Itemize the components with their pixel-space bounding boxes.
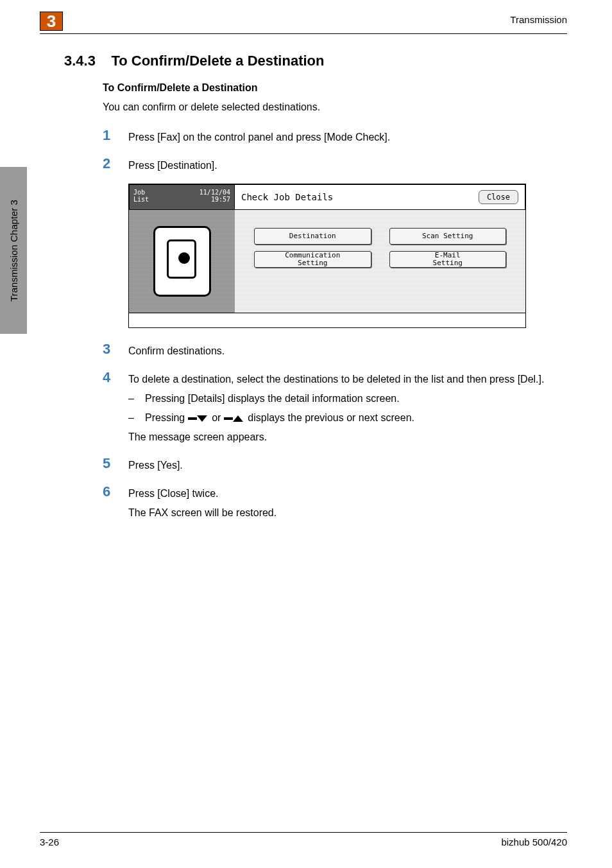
step-num: 5 — [103, 455, 128, 472]
header-rule — [40, 33, 567, 34]
document-icon — [153, 226, 211, 297]
email-setting-button[interactable]: E-MailSetting — [389, 251, 507, 268]
step-text: Confirm destinations. — [128, 341, 225, 359]
step-num: 4 — [103, 369, 128, 386]
step-text: Press [Yes]. — [128, 455, 183, 473]
step-1: 1 Press [Fax] on the control panel and p… — [103, 127, 567, 145]
chapter-badge: 3 — [40, 12, 63, 31]
bullet-dash: – — [128, 391, 145, 406]
scan-setting-button[interactable]: Scan Setting — [389, 228, 507, 245]
step-6: 6 Press [Close] twice. The FAX screen wi… — [103, 483, 567, 521]
section-title: To Confirm/Delete a Destination — [111, 53, 324, 69]
step-text: Press [Close] twice. The FAX screen will… — [128, 483, 276, 521]
step-sub: The message screen appears. — [128, 430, 544, 445]
device-screen: JobList 11/12/0419:57 Check Job Details … — [128, 184, 526, 328]
arrow-up-icon — [224, 417, 233, 420]
step-2: 2 Press [Destination]. — [103, 155, 567, 173]
step-num: 3 — [103, 341, 128, 358]
step-4: 4 To delete a destination, select the de… — [103, 369, 567, 445]
intro-text: You can confirm or delete selected desti… — [103, 100, 567, 114]
close-button[interactable]: Close — [479, 190, 518, 204]
model-name: bizhub 500/420 — [501, 837, 567, 847]
page-number: 3-26 — [40, 837, 59, 847]
step-text: To delete a destination, select the dest… — [128, 369, 544, 445]
arrow-down-icon — [188, 417, 197, 420]
step-num: 6 — [103, 483, 128, 500]
step-num: 2 — [103, 155, 128, 172]
screen-title-bar: Check Job Details Close — [235, 184, 525, 210]
step-3: 3 Confirm destinations. — [103, 341, 567, 359]
step-num: 1 — [103, 127, 128, 144]
step-5: 5 Press [Yes]. — [103, 455, 567, 473]
side-tab-label: Transmission Chapter 3 — [8, 200, 19, 302]
job-list-button[interactable]: JobList 11/12/0419:57 — [129, 184, 235, 210]
bullet-dash: – — [128, 410, 145, 426]
section-number: 3.4.3 — [64, 53, 96, 69]
bullet-text: Pressing or displays the previous or nex… — [145, 410, 414, 426]
section-heading: 3.4.3 To Confirm/Delete a Destination — [64, 53, 567, 69]
screen-title: Check Job Details — [241, 192, 333, 202]
arrow-down-icon — [197, 415, 207, 422]
screen-footer-bar — [129, 313, 525, 327]
screen-button-panel: Destination Scan Setting CommunicationSe… — [235, 210, 525, 313]
sub-heading: To Confirm/Delete a Destination — [103, 82, 567, 94]
communication-setting-button[interactable]: CommunicationSetting — [254, 251, 371, 268]
destination-button[interactable]: Destination — [254, 228, 371, 245]
page-footer: 3-26 bizhub 500/420 — [40, 832, 567, 847]
screen-preview-panel — [129, 210, 235, 313]
job-list-label: JobList — [133, 189, 149, 203]
arrow-up-icon — [233, 415, 243, 422]
bullet-text: Pressing [Details] displays the detail i… — [145, 391, 400, 406]
job-list-datetime: 11/12/0419:57 — [200, 189, 230, 203]
step-sub: The FAX screen will be restored. — [128, 505, 276, 521]
step-text: Press [Fax] on the control panel and pre… — [128, 127, 390, 145]
header-section-title: Transmission — [510, 14, 567, 25]
step-text: Press [Destination]. — [128, 155, 217, 173]
side-tab: Transmission Chapter 3 — [0, 167, 27, 334]
